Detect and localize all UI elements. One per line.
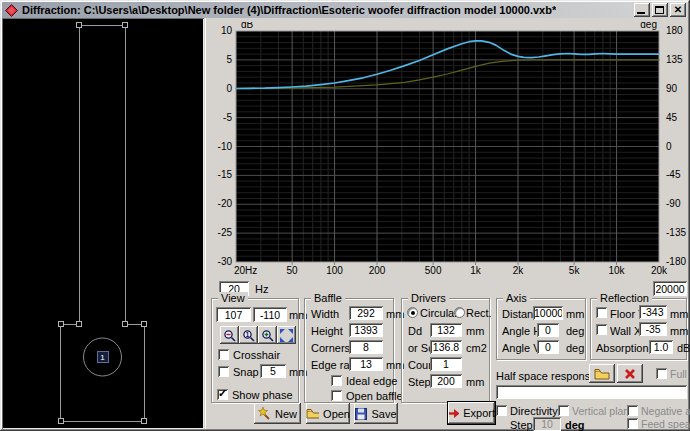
open-baffle-checkbox[interactable] [331, 390, 342, 401]
rect-label: Rect. [466, 307, 492, 319]
negative-angles-checkbox[interactable] [627, 405, 638, 416]
view-y-input[interactable] [253, 307, 287, 322]
svg-text:180: 180 [666, 25, 683, 36]
minimize-button[interactable] [634, 3, 650, 17]
wall-checkbox[interactable] [596, 324, 607, 335]
distance-input[interactable] [533, 306, 563, 320]
dd-input[interactable] [430, 323, 462, 337]
crosshair-checkbox[interactable] [218, 349, 229, 360]
full-space-checkbox[interactable] [656, 368, 667, 379]
svg-text:-30: -30 [218, 256, 233, 267]
circular-radio[interactable] [407, 307, 418, 318]
driver-step-label: Step [408, 376, 431, 388]
title-bar[interactable]: Diffraction: C:\Users\a\Desktop\New fold… [2, 2, 688, 18]
corner-handle[interactable] [58, 419, 63, 424]
vertical-plane-checkbox[interactable] [558, 405, 569, 416]
snap-input[interactable] [260, 364, 286, 378]
baffle-canvas[interactable]: 1 [2, 18, 204, 429]
close-icon: ✕ [670, 3, 686, 16]
svg-text:2k: 2k [513, 265, 525, 276]
export-button-label: Export [463, 407, 495, 419]
origin-handle[interactable] [76, 22, 82, 28]
snap-label: Snap [233, 366, 259, 378]
full-space-label: Full space [670, 368, 690, 380]
svg-text:-15: -15 [218, 169, 233, 180]
save-button[interactable]: Save [354, 403, 398, 424]
view-caption: View [218, 292, 248, 304]
drivers-group: Drivers Circular Rect. Dd mm or Sd cm2 C… [401, 298, 490, 403]
axis-group: Axis Distance mm Angle Hor deg Angle Ver… [496, 298, 586, 360]
angle-hor-input[interactable] [537, 323, 559, 337]
baffle-group: Baffle Width mm Height Corners Edge rad.… [304, 298, 394, 403]
corner-handle[interactable] [142, 419, 147, 424]
ideal-edge-checkbox[interactable] [331, 375, 342, 386]
directivity-label: Directivity [510, 405, 558, 417]
floor-checkbox[interactable] [596, 307, 607, 318]
svg-text:10k: 10k [608, 265, 625, 276]
directivity-step-label: Step [510, 419, 533, 431]
zoom-in-icon [261, 329, 274, 342]
angle-hor-unit: deg [566, 325, 584, 337]
open-button[interactable]: Open [306, 403, 350, 424]
vertical-plane-label: Vertical plane [572, 405, 635, 417]
driver-number: 1 [100, 353, 105, 362]
baffle-edge-input[interactable] [349, 357, 383, 371]
wall-input[interactable] [639, 322, 667, 336]
zoom-100-icon: 1 [242, 329, 255, 342]
show-phase-checkbox[interactable] [217, 389, 228, 400]
half-space-open-button[interactable] [589, 364, 615, 383]
corner-handle[interactable] [142, 322, 147, 327]
open-folder-icon [594, 368, 610, 380]
zoom-out-button[interactable] [220, 326, 239, 344]
half-space-clear-button[interactable] [617, 364, 643, 383]
reflection-caption: Reflection [597, 292, 652, 304]
zoom-100-button[interactable]: 1 [239, 326, 258, 344]
svg-text:500: 500 [425, 265, 442, 276]
driver-step-input[interactable] [430, 374, 462, 388]
new-button-label: New [275, 408, 297, 420]
view-group: View mm 1 [211, 298, 299, 403]
close-button[interactable]: ✕ [670, 3, 686, 17]
zoom-fit-button[interactable] [277, 326, 296, 344]
baffle-width-input[interactable] [349, 306, 383, 320]
export-icon [448, 408, 459, 419]
export-button[interactable]: Export [448, 402, 495, 424]
corner-handle[interactable] [123, 23, 128, 28]
feed-speaker-checkbox[interactable] [627, 418, 638, 429]
circular-label: Circular [420, 307, 458, 319]
half-space-label: Half space response [496, 370, 596, 382]
freq-max-input[interactable] [653, 281, 687, 296]
svg-text:10: 10 [221, 25, 233, 36]
svg-text:-135: -135 [666, 227, 686, 238]
svg-text:0: 0 [666, 141, 672, 152]
angle-ver-input[interactable] [537, 340, 559, 354]
directivity-step-input[interactable] [533, 417, 561, 431]
maximize-button[interactable] [652, 3, 668, 17]
rect-radio[interactable] [454, 307, 465, 318]
open-baffle-label: Open baffle [346, 390, 403, 402]
svg-text:90: 90 [666, 83, 678, 94]
baffle-height-input[interactable] [349, 323, 383, 337]
directivity-checkbox[interactable] [496, 405, 507, 416]
corner-handle[interactable] [58, 322, 63, 327]
svg-text:-45: -45 [666, 169, 681, 180]
svg-text:deg: deg [640, 22, 657, 30]
zoom-in-button[interactable] [258, 326, 277, 344]
corner-handle[interactable] [123, 322, 128, 327]
svg-text:135: 135 [666, 54, 683, 65]
baffle-caption: Baffle [311, 292, 345, 304]
baffle-corners-input[interactable] [349, 340, 383, 354]
feed-speaker-label: Feed speaker [641, 418, 690, 430]
new-button[interactable]: New [254, 403, 301, 424]
absorption-input[interactable] [649, 340, 673, 354]
sd-input[interactable] [430, 340, 462, 354]
count-input[interactable] [430, 357, 462, 371]
svg-text:dB: dB [241, 22, 254, 30]
half-space-file-field[interactable] [496, 385, 687, 399]
directivity-step-unit: deg [565, 419, 585, 431]
corner-handle[interactable] [77, 322, 82, 327]
view-x-input[interactable] [216, 307, 251, 322]
snap-checkbox[interactable] [218, 366, 229, 377]
save-icon [355, 408, 367, 420]
floor-input[interactable] [639, 305, 667, 319]
